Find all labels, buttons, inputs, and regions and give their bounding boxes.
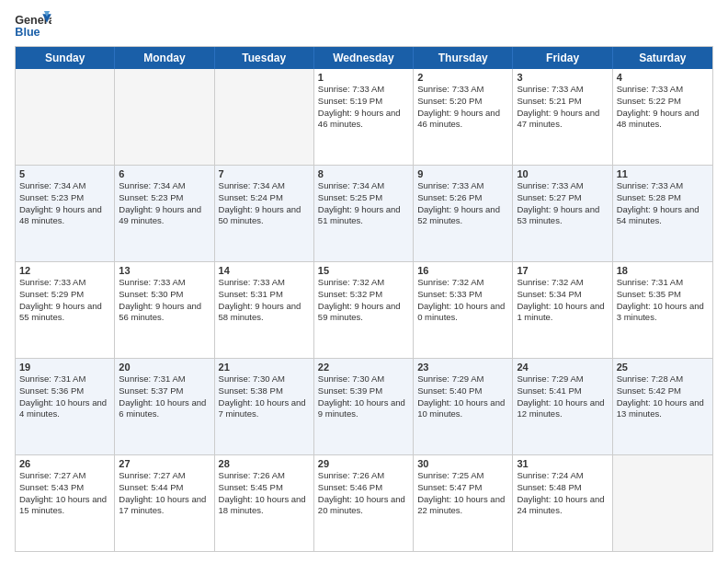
day-number: 13 (119, 265, 210, 276)
day-number: 12 (19, 265, 110, 276)
calendar-cell: 26Sunrise: 7:27 AM Sunset: 5:43 PM Dayli… (16, 455, 115, 551)
day-number: 8 (318, 168, 409, 179)
day-number: 2 (417, 72, 508, 83)
cell-info: Sunrise: 7:24 AM Sunset: 5:48 PM Dayligh… (517, 470, 608, 517)
svg-text:Blue: Blue (15, 26, 40, 39)
calendar-cell: 15Sunrise: 7:32 AM Sunset: 5:32 PM Dayli… (314, 262, 414, 358)
calendar-cell: 23Sunrise: 7:29 AM Sunset: 5:40 PM Dayli… (414, 359, 513, 454)
calendar-row: 5Sunrise: 7:34 AM Sunset: 5:23 PM Daylig… (16, 165, 712, 261)
cell-info: Sunrise: 7:33 AM Sunset: 5:22 PM Dayligh… (617, 84, 709, 131)
cell-info: Sunrise: 7:33 AM Sunset: 5:28 PM Dayligh… (617, 180, 709, 227)
weekday-header: Wednesday (314, 47, 414, 69)
calendar-cell: 1Sunrise: 7:33 AM Sunset: 5:19 PM Daylig… (314, 69, 414, 165)
header: General Blue (15, 11, 713, 39)
day-number: 28 (219, 458, 310, 469)
cell-info: Sunrise: 7:33 AM Sunset: 5:20 PM Dayligh… (417, 84, 508, 131)
calendar-cell (16, 69, 115, 165)
day-number: 18 (617, 265, 709, 276)
cell-info: Sunrise: 7:32 AM Sunset: 5:33 PM Dayligh… (417, 277, 508, 324)
day-number: 5 (19, 168, 110, 179)
cell-info: Sunrise: 7:29 AM Sunset: 5:41 PM Dayligh… (517, 373, 608, 420)
cell-info: Sunrise: 7:34 AM Sunset: 5:25 PM Dayligh… (318, 180, 409, 227)
calendar-cell: 18Sunrise: 7:31 AM Sunset: 5:35 PM Dayli… (613, 262, 712, 358)
calendar-cell: 30Sunrise: 7:25 AM Sunset: 5:47 PM Dayli… (414, 455, 513, 551)
day-number: 11 (617, 168, 709, 179)
cell-info: Sunrise: 7:33 AM Sunset: 5:31 PM Dayligh… (219, 277, 310, 324)
day-number: 3 (517, 72, 608, 83)
day-number: 26 (19, 458, 110, 469)
cell-info: Sunrise: 7:34 AM Sunset: 5:24 PM Dayligh… (219, 180, 310, 227)
calendar-row: 12Sunrise: 7:33 AM Sunset: 5:29 PM Dayli… (16, 261, 712, 358)
cell-info: Sunrise: 7:33 AM Sunset: 5:21 PM Dayligh… (517, 84, 608, 131)
calendar-cell: 6Sunrise: 7:34 AM Sunset: 5:23 PM Daylig… (115, 166, 214, 261)
calendar-cell: 17Sunrise: 7:32 AM Sunset: 5:34 PM Dayli… (513, 262, 612, 358)
day-number: 31 (517, 458, 608, 469)
day-number: 4 (617, 72, 709, 83)
cell-info: Sunrise: 7:33 AM Sunset: 5:19 PM Dayligh… (318, 84, 409, 131)
cell-info: Sunrise: 7:33 AM Sunset: 5:27 PM Dayligh… (517, 180, 608, 227)
cell-info: Sunrise: 7:28 AM Sunset: 5:42 PM Dayligh… (617, 373, 709, 420)
cell-info: Sunrise: 7:33 AM Sunset: 5:26 PM Dayligh… (417, 180, 508, 227)
day-number: 9 (417, 168, 508, 179)
cell-info: Sunrise: 7:31 AM Sunset: 5:37 PM Dayligh… (119, 373, 210, 420)
cell-info: Sunrise: 7:34 AM Sunset: 5:23 PM Dayligh… (119, 180, 210, 227)
calendar-row: 26Sunrise: 7:27 AM Sunset: 5:43 PM Dayli… (16, 454, 712, 551)
calendar-cell: 28Sunrise: 7:26 AM Sunset: 5:45 PM Dayli… (215, 455, 314, 551)
day-number: 27 (119, 458, 210, 469)
calendar-row: 19Sunrise: 7:31 AM Sunset: 5:36 PM Dayli… (16, 358, 712, 454)
calendar-cell: 20Sunrise: 7:31 AM Sunset: 5:37 PM Dayli… (115, 359, 214, 454)
day-number: 15 (318, 265, 409, 276)
day-number: 6 (119, 168, 210, 179)
calendar-cell: 11Sunrise: 7:33 AM Sunset: 5:28 PM Dayli… (613, 166, 712, 261)
weekday-header: Tuesday (215, 47, 314, 69)
day-number: 7 (219, 168, 310, 179)
day-number: 30 (417, 458, 508, 469)
calendar: SundayMondayTuesdayWednesdayThursdayFrid… (15, 46, 713, 552)
cell-info: Sunrise: 7:27 AM Sunset: 5:43 PM Dayligh… (19, 470, 110, 517)
calendar-cell: 22Sunrise: 7:30 AM Sunset: 5:39 PM Dayli… (314, 359, 414, 454)
day-number: 17 (517, 265, 608, 276)
page: General Blue SundayMondayTuesdayWednesda… (0, 0, 728, 563)
cell-info: Sunrise: 7:31 AM Sunset: 5:36 PM Dayligh… (19, 373, 110, 420)
calendar-cell: 2Sunrise: 7:33 AM Sunset: 5:20 PM Daylig… (414, 69, 513, 165)
logo-icon: General Blue (15, 11, 51, 39)
logo: General Blue (15, 11, 51, 39)
day-number: 21 (219, 362, 310, 373)
calendar-cell: 19Sunrise: 7:31 AM Sunset: 5:36 PM Dayli… (16, 359, 115, 454)
cell-info: Sunrise: 7:25 AM Sunset: 5:47 PM Dayligh… (417, 470, 508, 517)
calendar-cell: 16Sunrise: 7:32 AM Sunset: 5:33 PM Dayli… (414, 262, 513, 358)
calendar-row: 1Sunrise: 7:33 AM Sunset: 5:19 PM Daylig… (16, 69, 712, 165)
calendar-cell (115, 69, 214, 165)
calendar-cell (613, 455, 712, 551)
calendar-cell: 7Sunrise: 7:34 AM Sunset: 5:24 PM Daylig… (215, 166, 314, 261)
cell-info: Sunrise: 7:26 AM Sunset: 5:45 PM Dayligh… (219, 470, 310, 517)
cell-info: Sunrise: 7:30 AM Sunset: 5:39 PM Dayligh… (318, 373, 409, 420)
calendar-cell: 4Sunrise: 7:33 AM Sunset: 5:22 PM Daylig… (613, 69, 712, 165)
weekday-header: Friday (513, 47, 612, 69)
calendar-cell (215, 69, 314, 165)
calendar-cell: 3Sunrise: 7:33 AM Sunset: 5:21 PM Daylig… (513, 69, 612, 165)
day-number: 1 (318, 72, 409, 83)
day-number: 25 (617, 362, 709, 373)
calendar-cell: 13Sunrise: 7:33 AM Sunset: 5:30 PM Dayli… (115, 262, 214, 358)
calendar-cell: 27Sunrise: 7:27 AM Sunset: 5:44 PM Dayli… (115, 455, 214, 551)
calendar-cell: 21Sunrise: 7:30 AM Sunset: 5:38 PM Dayli… (215, 359, 314, 454)
cell-info: Sunrise: 7:26 AM Sunset: 5:46 PM Dayligh… (318, 470, 409, 517)
day-number: 14 (219, 265, 310, 276)
cell-info: Sunrise: 7:27 AM Sunset: 5:44 PM Dayligh… (119, 470, 210, 517)
cell-info: Sunrise: 7:29 AM Sunset: 5:40 PM Dayligh… (417, 373, 508, 420)
weekday-header: Thursday (414, 47, 513, 69)
weekday-header: Saturday (613, 47, 712, 69)
calendar-cell: 25Sunrise: 7:28 AM Sunset: 5:42 PM Dayli… (613, 359, 712, 454)
calendar-cell: 12Sunrise: 7:33 AM Sunset: 5:29 PM Dayli… (16, 262, 115, 358)
calendar-body: 1Sunrise: 7:33 AM Sunset: 5:19 PM Daylig… (16, 69, 712, 551)
cell-info: Sunrise: 7:34 AM Sunset: 5:23 PM Dayligh… (19, 180, 110, 227)
weekday-header: Sunday (16, 47, 115, 69)
calendar-cell: 9Sunrise: 7:33 AM Sunset: 5:26 PM Daylig… (414, 166, 513, 261)
day-number: 16 (417, 265, 508, 276)
cell-info: Sunrise: 7:30 AM Sunset: 5:38 PM Dayligh… (219, 373, 310, 420)
calendar-cell: 31Sunrise: 7:24 AM Sunset: 5:48 PM Dayli… (513, 455, 612, 551)
day-number: 29 (318, 458, 409, 469)
calendar-cell: 29Sunrise: 7:26 AM Sunset: 5:46 PM Dayli… (314, 455, 414, 551)
weekday-header: Monday (115, 47, 214, 69)
